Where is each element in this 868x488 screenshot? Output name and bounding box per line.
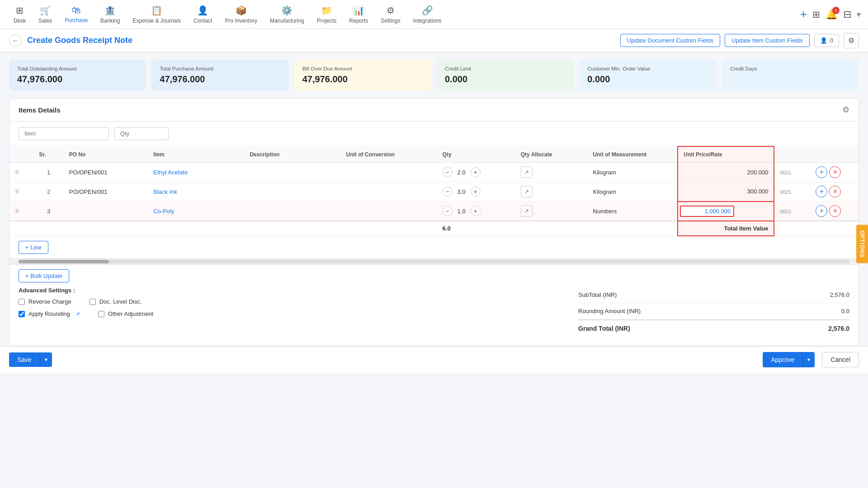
add-row-1[interactable]: + (816, 166, 827, 178)
card-credit-limit: Credit Limit 0.000 (437, 60, 574, 91)
other-adjustment-input[interactable] (98, 311, 104, 317)
save-dropdown-button[interactable]: ▾ (40, 352, 52, 367)
po-no-1: PO/OPEN/001 (64, 163, 148, 182)
table-row: ≡ 2 PO/OPEN/001 Black Ink − 3.0 + ↗ (9, 182, 859, 202)
apply-rounding-link[interactable]: ↗ (75, 311, 80, 317)
approve-button[interactable]: Approve (763, 352, 802, 367)
approve-dropdown-button[interactable]: ▾ (802, 352, 815, 367)
nav-item-purchase[interactable]: 🛍 Purchase (58, 5, 94, 23)
col-po-no: PO No (64, 146, 148, 163)
nav-item-reports[interactable]: 📊 Reports (343, 5, 374, 24)
drag-handle-2[interactable]: ≡ (15, 188, 19, 195)
horizontal-scrollbar[interactable] (9, 258, 859, 265)
del-row-2[interactable]: × (829, 186, 841, 197)
qty-search-input[interactable] (114, 127, 169, 140)
nav-item-expense[interactable]: 📋 Expense & Journals (126, 5, 187, 24)
user-dropdown[interactable]: ▾ (857, 9, 861, 19)
drag-handle-1[interactable]: ≡ (15, 168, 19, 176)
cancel-button[interactable]: Cancel (822, 352, 859, 367)
apply-rounding-input[interactable] (19, 311, 25, 317)
qty-allocate-link-2[interactable]: ↗ (521, 186, 533, 197)
projects-icon: 📁 (321, 5, 332, 16)
card-credit-limit-value: 0.000 (445, 74, 566, 84)
nav-item-banking[interactable]: 🏦 Banking (94, 5, 126, 24)
qty-1: − 2.0 + (437, 163, 515, 182)
col-unit-conversion: Unit of Conversion (341, 146, 437, 163)
sr-1: 1 (33, 163, 64, 182)
qty-increase-2[interactable]: + (471, 187, 481, 197)
rounding-row: Rounding Amount (INR) 0.0 (578, 303, 849, 319)
reverse-charge-input[interactable] (19, 299, 25, 305)
back-button[interactable]: ← (9, 34, 22, 47)
add-row-3[interactable]: + (816, 205, 827, 217)
qty-decrease-2[interactable]: − (443, 187, 453, 197)
item-2[interactable]: Black Ink (148, 182, 244, 202)
unit-price-3[interactable] (678, 202, 774, 221)
row-actions-1: + × (816, 166, 853, 178)
col-sr: Sr. (33, 146, 64, 163)
nav-item-manufacturing[interactable]: ⚙️ Manufacturing (264, 5, 311, 24)
qty-decrease-1[interactable]: − (443, 167, 453, 177)
nav-item-settings[interactable]: ⚙ Settings (374, 5, 406, 24)
update-doc-custom-fields-button[interactable]: Update Document Custom Fields (620, 34, 720, 47)
top-nav: ⊞ Desk 🛒 Sales 🛍 Purchase 🏦 Banking 📋 Ex… (0, 0, 868, 29)
financial-summary: SubTotal (INR) 2,576.0 Rounding Amount (… (578, 287, 849, 337)
qty-2: − 3.0 + (437, 182, 515, 202)
main-content: Items Details ⚙ Sr. PO No Item Descripti… (9, 98, 859, 346)
item-3[interactable]: Co-Poly (148, 202, 244, 221)
unit-conversion-2 (341, 182, 437, 202)
grid-button[interactable]: ⊞ (812, 9, 820, 20)
options-tab[interactable]: OPTIONS (856, 225, 868, 263)
grand-total-label: Grand Total (INR) (578, 325, 804, 332)
unit-price-input-3[interactable] (680, 206, 734, 217)
nav-item-pro-inventory[interactable]: 📦 Pro Inventory (219, 5, 264, 24)
header-settings-button[interactable]: ⚙ (844, 33, 859, 48)
nav-item-projects[interactable]: 📁 Projects (311, 5, 343, 24)
items-table: Sr. PO No Item Description Unit of Conve… (9, 146, 859, 236)
qty-increase-1[interactable]: + (471, 167, 481, 177)
add-line-button[interactable]: + Line (19, 241, 48, 254)
banking-icon: 🏦 (104, 5, 116, 16)
nav-item-desk[interactable]: ⊞ Desk (7, 5, 32, 24)
partial-2: 0021- (774, 182, 810, 202)
col-description: Description (244, 146, 340, 163)
nav-item-integrations[interactable]: 🔗 Integrations (407, 5, 448, 24)
po-no-2: PO/OPEN/001 (64, 182, 148, 202)
card-total-outstanding-value: 47,976.000 (17, 74, 138, 84)
col-unit-measurement: Unit of Measurement (588, 146, 678, 163)
assign-button[interactable]: 👤 0 (814, 34, 839, 47)
card-total-purchase-value: 47,976.000 (160, 74, 280, 84)
update-item-custom-fields-button[interactable]: Update Item Custom Fields (725, 34, 810, 47)
notifications-button[interactable]: 🔔 0 (826, 9, 838, 20)
doc-level-disc-input[interactable] (90, 299, 96, 305)
nav-item-sales[interactable]: 🛒 Sales (32, 5, 58, 24)
drag-handle-3[interactable]: ≡ (15, 207, 19, 215)
card-total-purchase-label: Total Purchase Amount (160, 66, 280, 71)
nav-item-contact[interactable]: 👤 Contact (187, 5, 218, 24)
save-button[interactable]: Save (9, 352, 40, 367)
item-search-input[interactable] (19, 127, 109, 140)
save-button-group: Save ▾ (9, 352, 52, 367)
doc-level-disc-checkbox[interactable]: Doc. Level Disc. (90, 298, 142, 305)
item-1[interactable]: Ethyl Acetate (148, 163, 244, 182)
other-adjustment-checkbox[interactable]: Other Adjustment (98, 310, 153, 317)
qty-increase-3[interactable]: + (471, 206, 481, 216)
bottom-section: Advanced Settings : Reverse Charge Doc. … (9, 287, 859, 346)
qty-allocate-link-3[interactable]: ↗ (521, 205, 533, 217)
add-button[interactable]: + (800, 7, 807, 21)
del-row-3[interactable]: × (829, 205, 841, 217)
rounding-value: 0.0 (804, 308, 849, 314)
del-row-1[interactable]: × (829, 166, 841, 178)
qty-allocate-link-1[interactable]: ↗ (521, 166, 533, 178)
items-settings-button[interactable]: ⚙ (842, 105, 849, 115)
apply-rounding-checkbox[interactable]: Apply Rounding ↗ (19, 310, 80, 317)
unit-price-1[interactable]: 200.000 (678, 163, 774, 182)
reverse-charge-checkbox[interactable]: Reverse Charge (19, 298, 71, 305)
bulk-update-button[interactable]: + Bulk Update (19, 269, 69, 282)
add-row-2[interactable]: + (816, 186, 827, 197)
apps-button[interactable]: ⊟ (843, 9, 851, 20)
unit-price-2[interactable]: 300.000 (678, 182, 774, 202)
col-actions (810, 146, 859, 163)
qty-decrease-3[interactable]: − (443, 206, 453, 216)
scrollbar-thumb[interactable] (19, 260, 109, 263)
